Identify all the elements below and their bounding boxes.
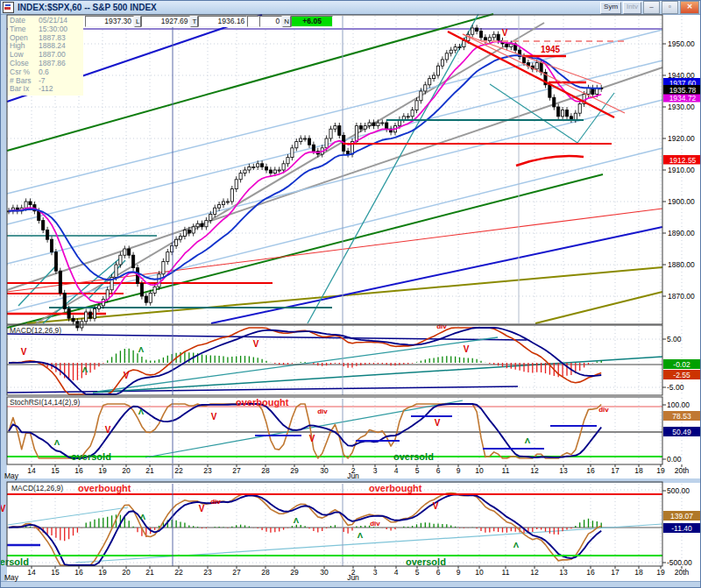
svg-text:28: 28	[261, 568, 270, 577]
svg-text:V: V	[1, 504, 6, 514]
svg-text:30: 30	[320, 466, 329, 475]
svg-text:4: 4	[394, 568, 399, 577]
svg-text:May: May	[4, 573, 19, 582]
svg-text:Λ: Λ	[138, 344, 145, 354]
svg-text:V: V	[105, 425, 111, 435]
svg-text:overbought: overbought	[236, 397, 289, 407]
svg-text:10: 10	[475, 568, 484, 577]
svg-text:V: V	[435, 418, 441, 428]
svg-text:6: 6	[436, 568, 441, 577]
toolbar-field-5[interactable]	[247, 16, 259, 27]
svg-text:30: 30	[320, 568, 329, 577]
svg-text:16: 16	[586, 466, 595, 475]
svg-text:div: div	[210, 498, 221, 506]
chart-canvas[interactable]: V1945VΛVΛVdivVMACD(12,26,9)ΛVΛVVdivVΛdiv…	[1, 1, 701, 588]
svg-text:4: 4	[394, 466, 399, 475]
svg-text:1912.55: 1912.55	[669, 156, 697, 165]
svg-text:15: 15	[51, 466, 60, 475]
svg-text:14: 14	[27, 568, 36, 577]
svg-text:Λ: Λ	[513, 540, 520, 549]
svg-text:11: 11	[502, 466, 510, 475]
svg-text:V: V	[502, 28, 508, 38]
svg-text:1935.78: 1935.78	[669, 86, 697, 95]
svg-text:11: 11	[502, 568, 510, 577]
toolbar-field-0[interactable]: 1937.30	[85, 16, 134, 27]
svg-text:1934.72: 1934.72	[669, 94, 697, 103]
svg-text:9: 9	[457, 466, 461, 475]
toolbar-field-3[interactable]: T	[190, 16, 198, 27]
toolbar-field-4[interactable]: 1936.16	[198, 16, 247, 27]
svg-text:29: 29	[290, 466, 299, 475]
quote-toolbar: 1937.30L1927.69T1936.160N+6.05	[85, 16, 333, 27]
svg-text:6: 6	[436, 466, 441, 475]
svg-text:27: 27	[232, 466, 241, 475]
svg-text:div: div	[370, 520, 380, 528]
svg-text:1890.00: 1890.00	[668, 229, 695, 237]
toolbar-field-2[interactable]: 1927.69	[141, 16, 190, 27]
svg-text:V: V	[253, 339, 259, 349]
svg-text:22: 22	[174, 466, 183, 475]
svg-text:17: 17	[611, 466, 620, 475]
svg-text:500.00: 500.00	[667, 486, 690, 495]
svg-text:V: V	[211, 412, 217, 422]
svg-text:19: 19	[656, 568, 665, 577]
toolbar-field-7[interactable]: N	[282, 16, 291, 27]
svg-text:78.53: 78.53	[672, 412, 691, 421]
svg-text:21: 21	[145, 568, 154, 577]
svg-text:19: 19	[656, 466, 665, 475]
svg-text:16: 16	[74, 466, 83, 475]
svg-text:-2.55: -2.55	[673, 371, 690, 379]
svg-text:oversold: oversold	[1, 556, 29, 567]
svg-text:1910.00: 1910.00	[668, 166, 695, 174]
svg-text:overbought: overbought	[369, 483, 422, 493]
svg-text:Λ: Λ	[82, 365, 89, 374]
svg-text:139.07: 139.07	[670, 512, 693, 521]
svg-text:1930.00: 1930.00	[668, 103, 695, 111]
svg-text:18: 18	[634, 466, 643, 475]
svg-text:Λ: Λ	[294, 515, 300, 525]
svg-text:23: 23	[203, 466, 212, 475]
svg-text:MACD(12,26,9): MACD(12,26,9)	[11, 484, 63, 492]
svg-text:Jun: Jun	[347, 573, 359, 582]
svg-text:20th: 20th	[675, 466, 690, 475]
toolbar-field-6[interactable]: 0	[259, 16, 282, 27]
svg-text:Jun: Jun	[347, 471, 359, 480]
svg-text:overbought: overbought	[78, 483, 131, 493]
svg-text:23: 23	[203, 568, 212, 577]
svg-text:15: 15	[51, 568, 60, 577]
svg-text:16: 16	[586, 568, 595, 577]
toolbar-field-8[interactable]: +6.05	[291, 16, 333, 27]
svg-text:5.00: 5.00	[667, 335, 682, 344]
svg-text:17: 17	[611, 568, 620, 577]
svg-text:-0.02: -0.02	[673, 360, 690, 369]
svg-text:1870.00: 1870.00	[668, 292, 695, 301]
svg-text:oversold: oversold	[393, 451, 434, 462]
svg-text:1880.00: 1880.00	[668, 260, 695, 269]
svg-text:0.00: 0.00	[667, 455, 682, 464]
svg-text:29: 29	[290, 568, 299, 577]
svg-text:5: 5	[415, 568, 420, 577]
svg-text:-5.00: -5.00	[667, 383, 684, 392]
svg-text:18: 18	[634, 568, 643, 577]
svg-text:V: V	[433, 501, 439, 511]
svg-text:19: 19	[98, 466, 107, 475]
svg-text:1920.00: 1920.00	[668, 134, 695, 143]
svg-text:21: 21	[145, 466, 154, 475]
svg-text:Λ: Λ	[525, 436, 531, 445]
svg-text:div: div	[598, 406, 609, 414]
svg-text:oversold: oversold	[406, 556, 446, 567]
svg-text:3: 3	[373, 466, 378, 475]
svg-text:MACD(12,26,9): MACD(12,26,9)	[10, 326, 61, 335]
svg-text:100.00: 100.00	[667, 400, 690, 409]
svg-text:-500.00: -500.00	[667, 558, 692, 567]
svg-text:1945: 1945	[541, 45, 561, 54]
svg-text:V: V	[199, 504, 205, 514]
svg-text:-11.40: -11.40	[671, 524, 692, 533]
svg-text:28: 28	[261, 466, 270, 475]
svg-text:Λ: Λ	[140, 512, 146, 521]
svg-text:50.49: 50.49	[672, 428, 691, 436]
svg-text:div: div	[436, 322, 447, 330]
svg-text:19: 19	[98, 568, 107, 577]
toolbar-field-1[interactable]: L	[134, 16, 141, 27]
svg-text:27: 27	[232, 568, 241, 577]
